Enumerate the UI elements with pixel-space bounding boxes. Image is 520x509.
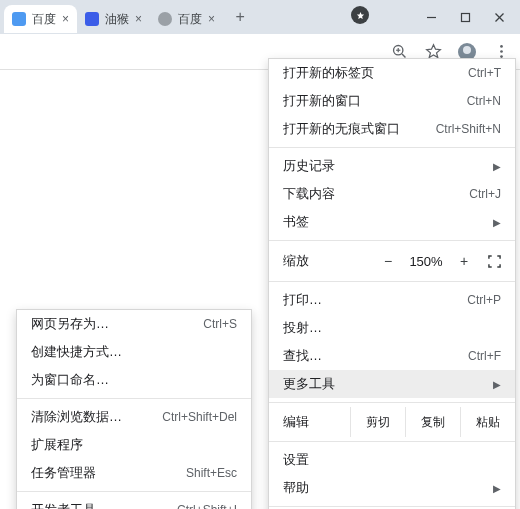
menu-cast[interactable]: 投射… [269, 314, 515, 342]
menu-find[interactable]: 查找…Ctrl+F [269, 342, 515, 370]
favicon-2 [158, 12, 172, 26]
svg-marker-9 [426, 45, 440, 58]
svg-marker-4 [356, 11, 363, 18]
tab-2[interactable]: 百度 × [150, 5, 223, 33]
menu-new-tab[interactable]: 打开新的标签页Ctrl+T [269, 59, 515, 87]
tab-title-1: 油猴 [105, 11, 129, 28]
tab-title-2: 百度 [178, 11, 202, 28]
zoom-in-button[interactable]: + [451, 253, 477, 269]
menu-settings[interactable]: 设置 [269, 446, 515, 474]
menu-new-window[interactable]: 打开新的窗口Ctrl+N [269, 87, 515, 115]
favicon-1 [85, 12, 99, 26]
svg-line-6 [402, 54, 405, 57]
fullscreen-icon[interactable] [483, 255, 505, 268]
tab-close-2[interactable]: × [208, 12, 215, 26]
tab-1[interactable]: 油猴 × [77, 5, 150, 33]
menu-separator [17, 398, 251, 399]
menu-zoom-row: 缩放 − 150% + [269, 245, 515, 277]
menu-downloads[interactable]: 下载内容Ctrl+J [269, 180, 515, 208]
extension-badge-icon[interactable] [351, 6, 369, 24]
new-tab-button[interactable]: + [227, 4, 253, 30]
menu-more-tools[interactable]: 更多工具▶ [269, 370, 515, 398]
svg-point-11 [500, 50, 503, 53]
zoom-out-button[interactable]: − [375, 253, 401, 269]
menu-history[interactable]: 历史记录▶ [269, 152, 515, 180]
minimize-button[interactable] [414, 3, 448, 31]
submenu-clear-browsing-data[interactable]: 清除浏览数据…Ctrl+Shift+Del [17, 403, 251, 431]
menu-separator [17, 491, 251, 492]
edit-cut-button[interactable]: 剪切 [350, 407, 405, 437]
submenu-save-page-as[interactable]: 网页另存为…Ctrl+S [17, 310, 251, 338]
edit-copy-button[interactable]: 复制 [405, 407, 460, 437]
edit-paste-button[interactable]: 粘贴 [460, 407, 515, 437]
submenu-name-window[interactable]: 为窗口命名… [17, 366, 251, 394]
submenu-extensions[interactable]: 扩展程序 [17, 431, 251, 459]
menu-separator [269, 147, 515, 148]
menu-new-incognito[interactable]: 打开新的无痕式窗口Ctrl+Shift+N [269, 115, 515, 143]
menu-help[interactable]: 帮助▶ [269, 474, 515, 502]
svg-rect-1 [461, 13, 469, 21]
favicon-0 [12, 12, 26, 26]
menu-separator [269, 240, 515, 241]
chevron-right-icon: ▶ [493, 379, 501, 390]
menu-print[interactable]: 打印…Ctrl+P [269, 286, 515, 314]
chevron-right-icon: ▶ [493, 161, 501, 172]
submenu-developer-tools[interactable]: 开发者工具Ctrl+Shift+I [17, 496, 251, 509]
chrome-main-menu: 打开新的标签页Ctrl+T 打开新的窗口Ctrl+N 打开新的无痕式窗口Ctrl… [268, 58, 516, 509]
menu-separator [269, 402, 515, 403]
menu-separator [269, 441, 515, 442]
more-tools-submenu: 网页另存为…Ctrl+S 创建快捷方式… 为窗口命名… 清除浏览数据…Ctrl+… [16, 309, 252, 509]
submenu-create-shortcut[interactable]: 创建快捷方式… [17, 338, 251, 366]
tab-strip: 百度 × 油猴 × 百度 × + [0, 0, 520, 34]
zoom-value: 150% [401, 254, 451, 269]
maximize-button[interactable] [448, 3, 482, 31]
submenu-task-manager[interactable]: 任务管理器Shift+Esc [17, 459, 251, 487]
chevron-right-icon: ▶ [493, 483, 501, 494]
menu-separator [269, 281, 515, 282]
tab-close-1[interactable]: × [135, 12, 142, 26]
close-window-button[interactable] [482, 3, 516, 31]
tab-0[interactable]: 百度 × [4, 5, 77, 33]
tab-close-0[interactable]: × [62, 12, 69, 26]
chevron-right-icon: ▶ [493, 217, 501, 228]
svg-point-10 [500, 45, 503, 48]
tab-title-0: 百度 [32, 11, 56, 28]
menu-edit-row: 编辑 剪切 复制 粘贴 [269, 407, 515, 437]
menu-bookmarks[interactable]: 书签▶ [269, 208, 515, 236]
menu-separator [269, 506, 515, 507]
